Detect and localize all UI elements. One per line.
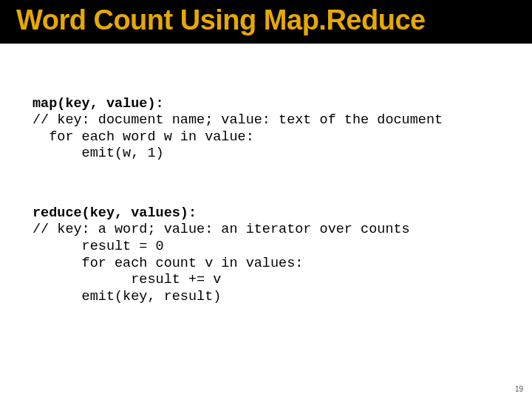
reduce-comment: // key: a word; value: an iterator over … [33, 222, 410, 237]
slide-title: Word Count Using Map.Reduce [16, 4, 426, 35]
reduce-line-2: for each count v in values: [33, 256, 303, 271]
page-number: 19 [515, 385, 523, 393]
map-line-2: emit(w, 1) [33, 146, 164, 161]
map-line-1: for each word w in value: [33, 129, 254, 145]
title-bar: Word Count Using Map.Reduce [0, 0, 532, 44]
reduce-line-3: result += v [33, 272, 221, 287]
reduce-block: reduce(key, values): // key: a word; val… [33, 205, 499, 305]
slide: Word Count Using Map.Reduce map(key, val… [0, 0, 532, 399]
map-signature: map(key, value): [33, 96, 164, 112]
map-comment: // key: document name; value: text of th… [33, 112, 443, 128]
map-block: map(key, value): // key: document name; … [33, 96, 499, 163]
slide-body: map(key, value): // key: document name; … [0, 44, 532, 338]
reduce-line-1: result = 0 [33, 239, 164, 254]
reduce-line-4: emit(key, result) [33, 289, 221, 304]
reduce-signature: reduce(key, values): [33, 205, 197, 221]
